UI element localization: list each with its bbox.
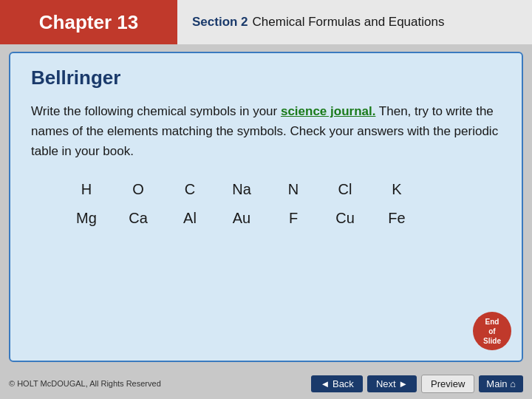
elements-row-2: MgCaAlAuFCuFe xyxy=(31,210,501,227)
footer: © HOLT McDOUGAL, All Rights Reserved ◄ B… xyxy=(0,369,532,398)
section-box: Section 2 Chemical Formulas and Equation… xyxy=(177,0,532,44)
main-content-area: Bellringer Write the following chemical … xyxy=(9,52,523,362)
element-cell: H xyxy=(61,181,112,198)
elements-row-1: HOCNaNClK xyxy=(31,181,501,198)
element-cell: Cl xyxy=(319,181,371,198)
element-cell: N xyxy=(267,181,319,198)
main-button[interactable]: Main ⌂ xyxy=(479,375,523,392)
element-cell: F xyxy=(267,210,319,227)
element-cell: Ca xyxy=(112,210,164,227)
element-cell: Al xyxy=(164,210,216,227)
end-of-slide-button[interactable]: End of Slide xyxy=(473,312,511,350)
element-cell: Na xyxy=(216,181,267,198)
back-button[interactable]: ◄ Back xyxy=(311,375,362,392)
element-cell: Au xyxy=(216,210,267,227)
next-label: Next ► xyxy=(376,378,408,389)
section-number: Section 2 xyxy=(192,15,248,30)
header: Chapter 13 Section 2 Chemical Formulas a… xyxy=(0,0,532,44)
element-cell: Cu xyxy=(319,210,371,227)
next-button[interactable]: Next ► xyxy=(367,375,417,392)
chapter-label: Chapter 13 xyxy=(0,0,177,44)
element-cell: K xyxy=(371,181,423,198)
back-label: ◄ Back xyxy=(320,378,353,389)
chapter-title-text: Chapter 13 xyxy=(39,11,138,34)
copyright-text: © HOLT McDOUGAL, All Rights Reserved xyxy=(9,379,161,388)
body-text-highlight: science journal. xyxy=(281,104,376,118)
section-title: Chemical Formulas and Equations xyxy=(253,15,445,30)
element-cell: Mg xyxy=(61,210,112,227)
preview-label: Preview xyxy=(431,378,465,389)
end-slide-label: End of Slide xyxy=(483,317,501,346)
nav-buttons: ◄ Back Next ► Preview Main ⌂ xyxy=(311,375,523,393)
main-label: Main ⌂ xyxy=(486,378,516,389)
preview-button[interactable]: Preview xyxy=(421,375,474,393)
bellringer-body: Write the following chemical symbols in … xyxy=(31,101,501,162)
element-cell: C xyxy=(164,181,216,198)
body-text-pre: Write the following chemical symbols in … xyxy=(31,104,281,118)
elements-table: HOCNaNClK MgCaAlAuFCuFe xyxy=(31,181,501,227)
element-cell: O xyxy=(112,181,164,198)
element-cell: Fe xyxy=(371,210,423,227)
bellringer-title: Bellringer xyxy=(31,66,501,89)
